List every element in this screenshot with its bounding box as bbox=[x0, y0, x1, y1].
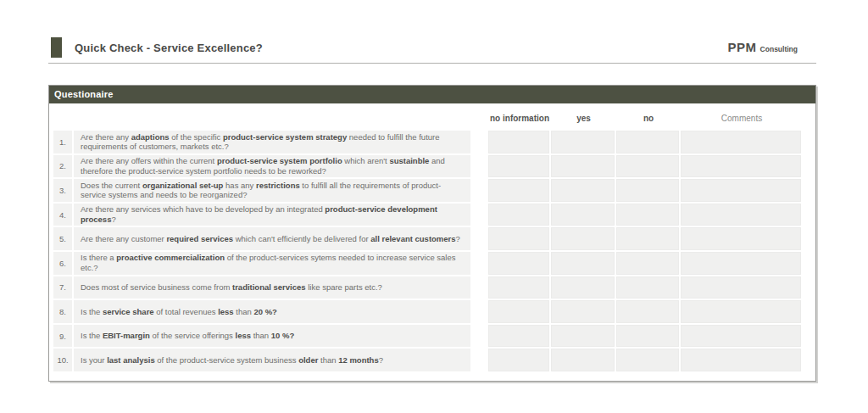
column-header-no-information: no information bbox=[488, 112, 551, 126]
answer-cell-no[interactable] bbox=[616, 131, 679, 153]
question-row: 4.Are there any services which have to b… bbox=[53, 204, 470, 226]
answer-cell-no[interactable] bbox=[616, 276, 679, 299]
answer-cell-no-information[interactable] bbox=[488, 325, 549, 348]
answer-cell-no-information[interactable] bbox=[488, 131, 549, 153]
answer-cell-comments[interactable] bbox=[681, 300, 801, 323]
brand-suffix: Consulting bbox=[760, 45, 798, 53]
question-number: 10. bbox=[53, 349, 72, 371]
question-number: 4. bbox=[53, 204, 72, 226]
question-number: 7. bbox=[53, 276, 72, 299]
answer-cell-yes[interactable] bbox=[551, 252, 615, 275]
answer-row bbox=[488, 179, 803, 202]
answer-cell-no[interactable] bbox=[616, 325, 679, 348]
answer-cell-no-information[interactable] bbox=[488, 204, 549, 226]
answer-cell-comments[interactable] bbox=[681, 179, 801, 202]
answer-cell-yes[interactable] bbox=[551, 155, 615, 178]
answer-cell-no[interactable] bbox=[616, 349, 679, 371]
question-row: 6.Is there a proactive commercialization… bbox=[53, 252, 470, 275]
answer-grid bbox=[488, 131, 803, 373]
answer-cell-no-information[interactable] bbox=[488, 227, 549, 250]
page-title: Quick Check - Service Excellence? bbox=[75, 42, 263, 54]
answer-cell-yes[interactable] bbox=[551, 131, 615, 153]
question-text: Does most of service business come from … bbox=[74, 276, 470, 299]
answer-cell-no-information[interactable] bbox=[488, 155, 549, 178]
answer-cell-no[interactable] bbox=[616, 179, 679, 202]
answer-cell-no[interactable] bbox=[616, 227, 679, 250]
answer-cell-no-information[interactable] bbox=[488, 300, 549, 323]
answer-cell-no[interactable] bbox=[616, 252, 679, 275]
answer-row bbox=[488, 276, 803, 299]
answer-cell-comments[interactable] bbox=[681, 276, 801, 299]
answer-cell-comments[interactable] bbox=[681, 325, 801, 348]
question-number: 8. bbox=[53, 300, 72, 323]
question-number: 3. bbox=[53, 179, 72, 202]
answer-row bbox=[488, 349, 803, 371]
answer-cell-yes[interactable] bbox=[551, 204, 615, 226]
answer-cell-yes[interactable] bbox=[551, 325, 615, 348]
answer-cell-comments[interactable] bbox=[681, 349, 801, 371]
answer-cell-comments[interactable] bbox=[681, 204, 801, 226]
answer-row bbox=[488, 252, 803, 275]
question-number: 6. bbox=[53, 252, 72, 275]
answer-cell-yes[interactable] bbox=[551, 349, 615, 371]
question-text: Are there any offers within the current … bbox=[74, 155, 470, 178]
answer-cell-yes[interactable] bbox=[551, 227, 615, 250]
questionnaire-panel: Questionaire no informationyesnoComments… bbox=[48, 85, 816, 382]
answer-cell-no-information[interactable] bbox=[488, 179, 549, 202]
question-number: 2. bbox=[53, 155, 72, 178]
answer-cell-comments[interactable] bbox=[681, 252, 801, 275]
answer-cell-comments[interactable] bbox=[681, 227, 801, 250]
answer-row bbox=[488, 300, 803, 323]
question-row: 10.Is your last analysis of the product-… bbox=[53, 349, 470, 371]
question-row: 8.Is the service share of total revenues… bbox=[53, 300, 470, 323]
question-text: Are there any adaptions of the specific … bbox=[74, 131, 470, 153]
answer-row bbox=[488, 325, 803, 348]
question-number: 5. bbox=[53, 227, 72, 250]
question-text: Does the current organizational set-up h… bbox=[74, 179, 470, 202]
question-text: Are there any customer required services… bbox=[74, 227, 470, 250]
answer-cell-yes[interactable] bbox=[551, 300, 615, 323]
answer-row bbox=[488, 227, 803, 250]
question-text: Is the EBIT-margin of the service offeri… bbox=[74, 325, 470, 348]
answer-cell-yes[interactable] bbox=[551, 179, 615, 202]
panel-title-bar: Questionaire bbox=[49, 86, 815, 103]
question-row: 3.Does the current organizational set-up… bbox=[53, 179, 470, 202]
question-text: Is your last analysis of the product-ser… bbox=[74, 349, 470, 371]
answer-row bbox=[488, 155, 803, 178]
brand-logo: PPMConsulting bbox=[728, 40, 798, 55]
question-text: Is there a proactive commercialization o… bbox=[74, 252, 470, 275]
answer-cell-no[interactable] bbox=[616, 155, 679, 178]
answer-row bbox=[488, 204, 803, 226]
answer-row bbox=[488, 131, 803, 153]
question-list: 1.Are there any adaptions of the specifi… bbox=[53, 131, 470, 373]
answer-cell-no-information[interactable] bbox=[488, 276, 549, 299]
header-divider bbox=[48, 63, 816, 64]
answer-cell-yes[interactable] bbox=[551, 276, 615, 299]
column-header-comments: Comments bbox=[681, 112, 803, 126]
answer-cell-no-information[interactable] bbox=[488, 349, 549, 371]
question-number: 1. bbox=[53, 131, 72, 153]
question-text: Are there any services which have to be … bbox=[74, 204, 470, 226]
question-text: Is the service share of total revenues l… bbox=[74, 300, 470, 323]
column-header-yes: yes bbox=[551, 112, 616, 126]
answer-cell-no[interactable] bbox=[616, 204, 679, 226]
answer-cell-no-information[interactable] bbox=[488, 252, 549, 275]
question-row: 2.Are there any offers within the curren… bbox=[53, 155, 470, 178]
question-number: 9. bbox=[53, 325, 72, 348]
question-row: 5.Are there any customer required servic… bbox=[53, 227, 470, 250]
question-row: 9.Is the EBIT-margin of the service offe… bbox=[53, 325, 470, 348]
column-header-no: no bbox=[616, 112, 681, 126]
question-row: 7.Does most of service business come fro… bbox=[53, 276, 470, 299]
answer-cell-comments[interactable] bbox=[681, 131, 801, 153]
title-accent-block bbox=[51, 37, 62, 58]
page: Quick Check - Service Excellence? PPMCon… bbox=[0, 0, 868, 413]
answer-cell-no[interactable] bbox=[616, 300, 679, 323]
column-headers: no informationyesnoComments bbox=[49, 112, 815, 126]
brand-name: PPM bbox=[728, 40, 757, 54]
answer-cell-comments[interactable] bbox=[681, 155, 801, 178]
question-row: 1.Are there any adaptions of the specifi… bbox=[53, 131, 470, 153]
